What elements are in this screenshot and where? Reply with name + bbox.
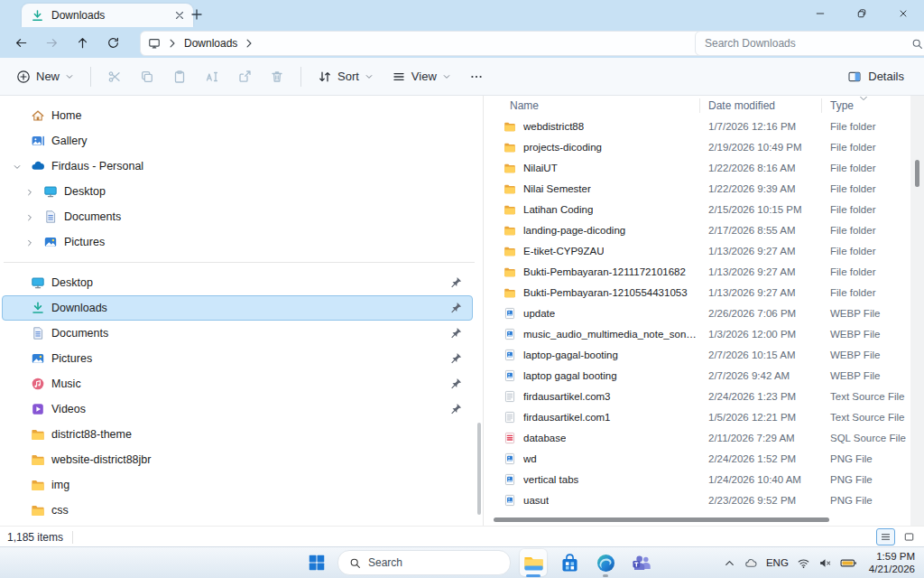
new-tab-button[interactable]	[189, 7, 204, 22]
horizontal-scrollbar-thumb[interactable]	[494, 517, 829, 522]
sidebar-item-downloads[interactable]: Downloads	[2, 295, 473, 321]
sort-label: Sort	[337, 70, 359, 83]
edge-taskbar-icon[interactable]	[592, 549, 619, 576]
sidebar-item-label: img	[51, 479, 472, 491]
file-row[interactable]: firdausartikel.com32/24/2026 1:23 PMText…	[485, 386, 924, 406]
sidebar-item-img[interactable]: img	[2, 472, 473, 498]
file-row[interactable]: database2/11/2026 7:29 AMSQL Source File	[485, 427, 924, 448]
wifi-icon[interactable]	[797, 556, 810, 570]
sidebar-item-gallery[interactable]: Gallery	[2, 128, 473, 154]
volume-mute-icon[interactable]	[818, 556, 832, 570]
file-name: uasut	[523, 495, 549, 506]
close-button[interactable]	[882, 0, 924, 27]
taskbar-search[interactable]: Search	[337, 550, 511, 575]
file-date-modified: 2/17/2026 8:55 AM	[708, 225, 830, 236]
chevron-right-icon[interactable]	[23, 235, 37, 249]
sidebar-item-district88-theme[interactable]: district88-theme	[2, 422, 473, 447]
windows-start-icon	[308, 554, 326, 572]
folder-icon	[504, 141, 516, 154]
chevron-down-icon[interactable]	[10, 159, 24, 173]
breadcrumb-item[interactable]: Downloads	[184, 37, 237, 50]
tray-expand-icon[interactable]	[723, 556, 736, 570]
file-row[interactable]: NilaiUT1/22/2026 8:16 AMFile folder	[485, 157, 924, 178]
pane-divider[interactable]	[483, 96, 484, 527]
file-row[interactable]: laptop-gagal-booting2/7/2026 10:15 AMWEB…	[485, 344, 924, 365]
file-row[interactable]: laptop gagal booting2/7/2026 9:42 AMWEBP…	[485, 365, 924, 386]
up-button[interactable]	[67, 30, 97, 55]
column-header-name[interactable]: Name	[510, 99, 708, 112]
sort-button[interactable]: Sort	[310, 65, 381, 89]
restore-button[interactable]	[841, 0, 882, 27]
column-divider[interactable]	[821, 98, 822, 113]
file-row[interactable]: uasut2/23/2026 9:52 PMPNG File	[485, 489, 924, 510]
sidebar-item-website-district88jbr[interactable]: website-district88jbr	[2, 447, 473, 472]
file-explorer-window: Downloads Downloads New	[0, 0, 924, 547]
battery-icon[interactable]	[840, 556, 857, 570]
more-options-button[interactable]	[462, 63, 491, 90]
vertical-scrollbar[interactable]	[910, 96, 924, 527]
sidebar-item-videos[interactable]: Videos	[2, 396, 473, 422]
share-icon	[237, 70, 252, 84]
store-taskbar-icon[interactable]	[556, 549, 583, 576]
view-button[interactable]: View	[384, 65, 458, 89]
file-row[interactable]: update2/26/2026 7:06 PMWEBP File	[485, 303, 924, 323]
column-header-date-modified[interactable]: Date modified	[708, 99, 830, 112]
column-divider[interactable]	[699, 98, 700, 113]
teams-taskbar-icon[interactable]	[628, 549, 655, 576]
pin-icon	[448, 351, 463, 366]
file-row[interactable]: vertical tabs1/24/2026 10:40 AMPNG File	[485, 469, 924, 489]
chevron-slot	[10, 326, 24, 340]
onedrive-tray-icon[interactable]	[744, 556, 758, 570]
chevron-right-icon[interactable]	[23, 210, 37, 224]
details-view-button[interactable]	[876, 528, 895, 545]
file-row[interactable]: firdausartikel.com11/5/2026 12:21 PMText…	[485, 406, 924, 427]
tab-downloads[interactable]: Downloads	[22, 4, 193, 27]
file-row[interactable]: music_audio_multimedia_note_song_icon_19…	[485, 323, 924, 344]
sidebar-item-firdaus-personal[interactable]: Firdaus - Personal	[2, 154, 473, 179]
sidebar-scrollbar-thumb[interactable]	[477, 423, 481, 515]
this-pc-icon[interactable]	[148, 37, 161, 50]
sidebar-item-music[interactable]: Music	[2, 371, 473, 396]
file-date-modified: 2/7/2026 9:42 AM	[708, 370, 830, 381]
file-name: database	[523, 433, 566, 443]
sidebar-item-desktop[interactable]: Desktop	[2, 179, 473, 204]
horizontal-scrollbar[interactable]	[485, 517, 910, 523]
file-row[interactable]: landing-page-dicoding2/17/2026 8:55 AMFi…	[485, 219, 924, 240]
vertical-scrollbar-thumb[interactable]	[915, 160, 919, 187]
sidebar-item-pictures[interactable]: Pictures	[2, 346, 473, 371]
search-input[interactable]	[703, 36, 911, 51]
file-date-modified: 1/5/2026 12:21 PM	[708, 412, 830, 423]
sidebar-item-documents[interactable]: Documents	[2, 321, 473, 346]
file-row[interactable]: projects-dicoding2/19/2026 10:49 PMFile …	[485, 136, 924, 157]
file-row[interactable]: E-tiket-CYP9ZAU1/13/2026 9:27 AMFile fol…	[485, 240, 924, 261]
file-row[interactable]: Bukti-Pembayaran-12105544310531/13/2026 …	[485, 282, 924, 303]
language-indicator[interactable]: ENG	[766, 557, 789, 568]
sidebar-item-home[interactable]: Home	[2, 103, 473, 128]
file-row[interactable]: Nilai Semester1/22/2026 9:39 AMFile fold…	[485, 178, 924, 199]
sidebar-item-documents[interactable]: Documents	[2, 204, 473, 229]
new-button[interactable]: New	[9, 65, 81, 89]
large-icons-view-button[interactable]	[900, 528, 919, 545]
back-button[interactable]	[5, 30, 36, 55]
chevron-right-icon[interactable]	[23, 184, 37, 199]
file-row[interactable]: Bukti-Pembayaran-12111721016821/13/2026 …	[485, 261, 924, 282]
tab-close-icon[interactable]	[173, 9, 186, 22]
breadcrumb[interactable]: Downloads	[140, 31, 703, 56]
sidebar-scrollbar[interactable]	[476, 96, 482, 527]
clock[interactable]: 1:59 PM 4/21/2026	[869, 550, 915, 576]
sidebar-item-desktop[interactable]: Desktop	[2, 270, 473, 295]
chevron-right-icon[interactable]	[243, 37, 255, 50]
file-row[interactable]: webdistrict881/7/2026 12:16 PMFile folde…	[485, 116, 924, 136]
file-row[interactable]: Latihan Coding2/15/2026 10:15 PMFile fol…	[485, 199, 924, 219]
file-row[interactable]: wd2/24/2026 1:52 PMPNG File	[485, 448, 924, 469]
start-button[interactable]	[305, 551, 328, 574]
sidebar-item-css[interactable]: css	[2, 498, 473, 523]
sidebar-item-pictures[interactable]: Pictures	[2, 229, 473, 255]
titlebar: Downloads	[0, 0, 924, 27]
details-pane-button[interactable]: Details	[840, 65, 911, 89]
sort-direction-icon	[858, 96, 869, 104]
search-box[interactable]	[695, 31, 924, 56]
file-explorer-taskbar-icon[interactable]	[520, 549, 547, 576]
minimize-button[interactable]	[799, 0, 841, 27]
refresh-button[interactable]	[97, 30, 128, 55]
